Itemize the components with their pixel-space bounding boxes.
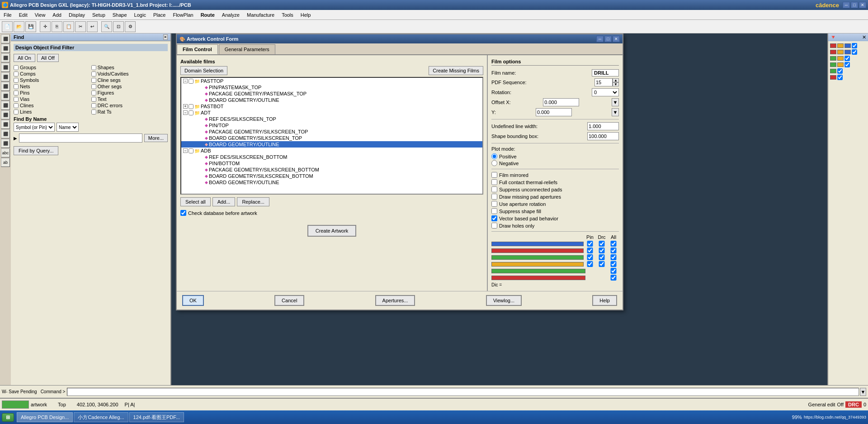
film-list[interactable]: − 📁 PASTTOP ◆ PIN/PASTEMASK_TOP — [180, 77, 483, 195]
tool-8[interactable]: ⬛ — [1, 101, 10, 110]
maximize-button[interactable]: □ — [851, 2, 858, 8]
cb-film-mirrored[interactable] — [491, 172, 497, 178]
cb-pasttop[interactable] — [189, 79, 193, 84]
cb-suppress-unconnected[interactable] — [491, 186, 497, 192]
cb-vias[interactable]: Vias — [14, 96, 90, 102]
cb-vias-input[interactable] — [14, 97, 19, 102]
check-all-2[interactable] — [608, 248, 619, 253]
all-off-button[interactable]: All Off — [37, 54, 59, 62]
menu-view[interactable]: View — [31, 10, 49, 19]
cb-groups-input[interactable] — [14, 65, 19, 70]
film-item-board-outline-adb[interactable]: ◆ BOARD GEOMETRY/OUTLINE — [181, 179, 482, 186]
menu-setup[interactable]: Setup — [89, 10, 109, 19]
film-item-adb[interactable]: − 📁 ADB — [181, 148, 482, 154]
color-check-3[interactable] — [844, 56, 850, 61]
start-button[interactable]: ⊞ — [2, 413, 14, 422]
dialog-minimize[interactable]: ─ — [596, 36, 604, 42]
color-swatch-g1[interactable] — [830, 56, 836, 61]
film-item-board-outline-1[interactable]: ◆ BOARD GEOMETRY/OUTLINE — [181, 97, 482, 103]
toolbar-fit[interactable]: ⊡ — [113, 21, 124, 32]
tab-film-control[interactable]: Film Control — [177, 44, 218, 54]
offset-y-btn[interactable]: ▼ — [612, 108, 619, 116]
check-drc-3[interactable] — [596, 254, 607, 260]
color-box-green-2[interactable] — [491, 269, 585, 273]
pdf-seq-down[interactable]: ▼ — [613, 82, 619, 86]
cb-suppress-fill[interactable] — [491, 208, 497, 214]
offset-y-input[interactable] — [536, 108, 572, 116]
tool-6[interactable]: ⬛ — [1, 82, 10, 91]
add-button[interactable]: Add... — [212, 197, 236, 206]
cb-lines-input[interactable] — [14, 110, 19, 114]
tool-3[interactable]: ⬛ — [1, 53, 10, 62]
color-swatch-y2[interactable] — [837, 50, 844, 54]
cb-adt[interactable] — [189, 110, 193, 115]
check-all-1[interactable] — [608, 241, 619, 247]
film-item-pkg-silk-bot[interactable]: ◆ PACKAGE GEOMETRY/SILKSCREEN_BOTTOM — [181, 167, 482, 173]
cb-clines[interactable]: Clines — [14, 103, 90, 108]
menu-manufacture[interactable]: Manufacture — [243, 10, 278, 19]
cancel-button[interactable]: Cancel — [274, 295, 304, 306]
cb-pins[interactable]: Pins — [14, 90, 90, 95]
menu-help[interactable]: Help — [297, 10, 315, 19]
cb-othersegs[interactable]: Other segs — [91, 84, 168, 89]
all-on-button[interactable]: All On — [14, 54, 35, 62]
taskbar-cadence[interactable]: 小方Cadence Alleg... — [74, 412, 128, 422]
cb-ratts[interactable]: Rat Ts — [91, 109, 168, 114]
check-drc-2[interactable] — [596, 248, 607, 253]
ok-button[interactable]: OK — [182, 295, 204, 306]
cb-pastbot[interactable] — [189, 104, 193, 109]
tool-9[interactable]: ⬛ — [1, 110, 10, 119]
menu-logic[interactable]: Logic — [131, 10, 150, 19]
cb-adb[interactable] — [189, 148, 193, 153]
menu-file[interactable]: File — [0, 10, 15, 19]
cb-lines[interactable]: Lines — [14, 109, 90, 114]
command-scroll[interactable]: ▼ — [860, 388, 866, 396]
find-type-select[interactable]: Symbol (or Pin) — [14, 123, 55, 132]
check-drc-4[interactable] — [596, 261, 607, 267]
check-pin-4[interactable] — [585, 261, 595, 267]
film-item-refdes-silk-top[interactable]: ◆ REF DES/SILKSCREEN_TOP — [181, 116, 482, 122]
tool-2[interactable]: ⬛ — [1, 44, 10, 53]
cb-comps-input[interactable] — [14, 71, 19, 76]
color-swatch-y4[interactable] — [837, 62, 844, 67]
color-box-red-2[interactable] — [491, 276, 585, 280]
film-item-board-silk-top[interactable]: ◆ BOARD GEOMETRY/SILKSCREEN_TOP — [181, 135, 482, 141]
film-item-pkg-pastemask[interactable]: ◆ PACKAGE GEOMETRY/PASTEMASK_TOP — [181, 91, 482, 97]
cb-figures[interactable]: Figures — [91, 90, 168, 95]
pdf-seq-input[interactable] — [594, 78, 613, 86]
color-box-blue-1[interactable] — [491, 242, 584, 246]
color-swatch-b2[interactable] — [844, 50, 851, 54]
tool-4[interactable]: ⬛ — [1, 63, 10, 72]
color-swatch-r3[interactable] — [830, 75, 836, 80]
film-item-pin-pastemask-top[interactable]: ◆ PIN/PASTEMASK_TOP — [181, 84, 482, 91]
menu-analyze[interactable]: Analyze — [218, 10, 243, 19]
cb-othersegs-input[interactable] — [91, 84, 96, 89]
cb-clinesegs-input[interactable] — [91, 78, 96, 83]
cb-symbols-input[interactable] — [14, 78, 19, 83]
film-item-pin-top[interactable]: ◆ PIN/TOP — [181, 122, 482, 129]
viewlog-button[interactable]: Viewlog... — [486, 295, 522, 306]
pdf-seq-up[interactable]: ▲ — [613, 78, 619, 82]
cb-ratts-input[interactable] — [91, 110, 96, 114]
color-swatch-r1[interactable] — [830, 43, 836, 48]
cb-text[interactable]: Text — [91, 96, 168, 102]
toolbar-zoom[interactable]: 🔍 — [101, 21, 112, 32]
film-item-pin-bot[interactable]: ◆ PIN/BOTTOM — [181, 160, 482, 167]
menu-route[interactable]: Route — [197, 10, 218, 19]
taskbar-allegro[interactable]: Allegro PCB Design... — [17, 412, 73, 422]
cb-use-aperture[interactable] — [491, 201, 497, 207]
film-item-board-silk-bot[interactable]: ◆ BOARD GEOMETRY/SILKSCREEN_BOTTOM — [181, 173, 482, 179]
menu-add[interactable]: Add — [49, 10, 65, 19]
color-check-5[interactable] — [837, 68, 843, 74]
find-name-input[interactable] — [19, 133, 142, 143]
toolbar-settings[interactable]: ⚙ — [125, 21, 136, 32]
film-item-pasttop[interactable]: − 📁 PASTTOP — [181, 78, 482, 84]
cb-draw-holes[interactable] — [491, 223, 497, 229]
cb-pins-input[interactable] — [14, 91, 19, 95]
color-swatch-y3[interactable] — [837, 56, 844, 61]
cb-clines-input[interactable] — [14, 103, 19, 108]
toolbar-new[interactable]: 📄 — [2, 21, 13, 32]
cb-draw-missing[interactable] — [491, 194, 497, 200]
replace-button[interactable]: Replace... — [237, 197, 269, 206]
check-pin-1[interactable] — [585, 241, 595, 247]
